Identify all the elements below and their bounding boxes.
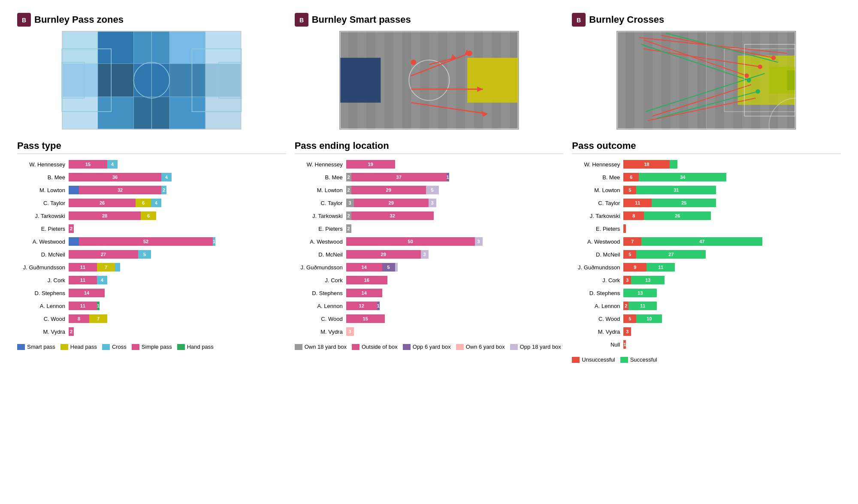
player-name: J. Guðmundsson [17,264,69,271]
bar-segment [115,263,120,272]
table-row: M. Vydra3 [295,326,564,337]
table-row: J. Cork114 [17,275,286,285]
bar-segment: 1 [213,237,215,246]
legend-own-18: Own 18 yard box [295,344,347,350]
bar-segment: 11 [647,263,675,272]
bar-segment: 4 [97,276,107,284]
bar-segment: 28 [69,211,141,220]
bar-container: 87 [69,314,286,323]
crosses-svg [572,31,841,130]
own-18-label: Own 18 yard box [305,344,347,350]
bar-segment [623,224,626,233]
player-name: J. Guðmundsson [295,264,346,271]
burnley-logo-3: B [572,13,586,27]
player-name: A. Lennon [572,303,623,309]
player-name: D. Stephens [295,290,346,296]
svg-point-56 [467,51,472,56]
player-name: B. Mee [17,174,69,181]
player-name: J. Cork [295,277,346,284]
table-row: A. Westwood747 [572,236,841,247]
table-row: J. Guðmundsson117 [17,262,286,272]
bar-segment: 8 [69,314,89,323]
bar-container: 211 [623,302,841,310]
opp-18-color [510,344,518,350]
bar-container: 1 [623,340,841,349]
pass-zones-title: B Burnley Pass zones [17,13,286,27]
player-name: Null [572,341,623,348]
player-name: J. Cork [17,277,69,284]
own-18-color [295,344,302,350]
bar-segment: 11 [69,263,97,272]
svg-rect-62 [634,31,644,130]
bar-container: 15 [346,314,564,323]
bar-segment [69,186,79,194]
bar-segment: 29 [351,186,426,194]
opp-6-label: Opp 6 yard box [413,344,451,350]
pass-ending-title: Pass ending location [295,140,564,154]
smart-pass-color [17,344,25,350]
player-name: E. Pieters [295,226,346,232]
table-row: C. Taylor3293 [295,198,564,208]
table-row: C. Taylor2664 [17,198,286,208]
svg-rect-6 [169,31,205,63]
player-name: M. Lowton [295,187,346,193]
svg-rect-39 [429,31,438,130]
bar-container: 2 [69,327,286,336]
bar-segment: 3 [475,237,483,246]
bar-container: 14 [69,289,286,297]
bar-segment: 32 [79,186,161,194]
bar-container: 527 [623,250,841,259]
head-pass-color [60,344,68,350]
legend-simple-pass: Simple pass [132,344,172,350]
bar-segment: 15 [69,160,107,169]
burnley-logo-2: B [295,13,308,27]
legend-successful: Successful [620,356,657,363]
bar-container: 117 [69,263,286,272]
outside-box-label: Outside of box [362,344,398,350]
table-row: A. Lennon121 [295,301,564,311]
legend-head-pass: Head pass [60,344,97,350]
bar-container: 2 [69,224,286,233]
table-row: A. Westwood521 [17,236,286,247]
bar-container: 232 [346,211,564,220]
bar-segment [69,237,79,246]
svg-rect-37 [393,31,402,130]
legend-opp-6: Opp 6 yard box [403,344,451,350]
player-name: M. Lowton [17,187,69,193]
legend-hand-pass: Hand pass [177,344,214,350]
crosses-pitch [572,31,841,130]
bar-container: 634 [623,173,841,181]
opp-18-label: Opp 18 yard box [520,344,561,350]
player-name: M. Vydra [17,329,69,335]
smart-pass-label: Smart pass [27,344,55,350]
svg-text:B: B [299,17,304,24]
pass-type-chart: W. Hennessey154B. Mee364M. Lowton322C. T… [17,159,286,339]
table-row: E. Pieters [572,223,841,234]
bar-segment: 6 [136,199,151,207]
table-row: M. Vydra2 [17,326,286,337]
player-name: W. Hennessey [572,161,623,168]
svg-rect-16 [169,97,205,130]
bar-container: 114 [69,276,286,284]
table-row: D. McNeil275 [17,249,286,260]
outside-box-color [352,344,360,350]
bar-segment: 18 [623,160,670,169]
player-name: W. Hennessey [295,161,346,168]
svg-text:B: B [22,17,26,24]
own-6-label: Own 6 yard box [466,344,505,350]
bar-segment: 5 [623,250,636,259]
svg-rect-14 [98,97,134,130]
player-name: E. Pieters [17,226,69,232]
bar-segment: 11 [623,199,652,207]
bar-segment: 10 [636,314,662,323]
bar-segment: 14 [69,289,105,297]
bar-segment: 5 [623,314,636,323]
bar-container: 3 [623,327,841,336]
player-name: J. Tarkowski [295,213,346,219]
player-name: C. Taylor [572,200,623,206]
bar-segment: 7 [97,263,115,272]
pass-zones-pitch [17,31,286,130]
player-name: J. Tarkowski [17,213,69,219]
svg-text:B: B [577,17,581,24]
legend-cross: Cross [102,344,127,350]
